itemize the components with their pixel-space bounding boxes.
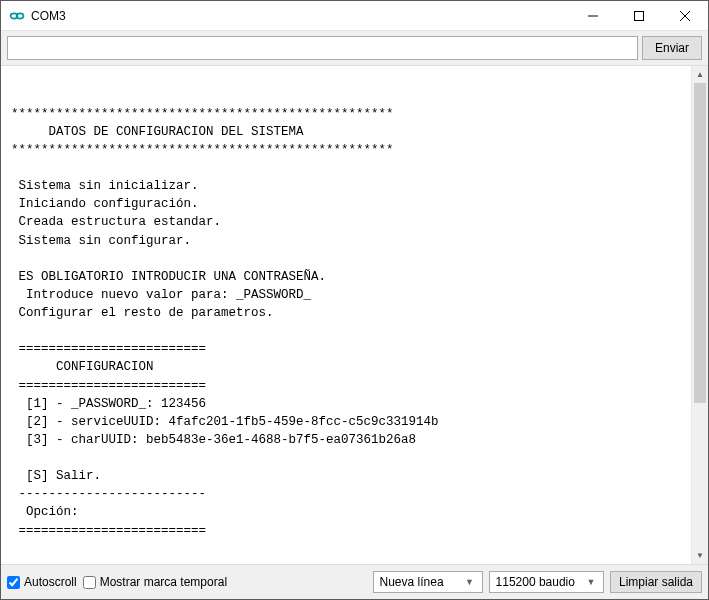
bottom-bar: Autoscroll Mostrar marca temporal Nueva … bbox=[1, 565, 708, 599]
maximize-button[interactable] bbox=[616, 1, 662, 30]
autoscroll-checkbox[interactable]: Autoscroll bbox=[7, 575, 77, 589]
scroll-thumb[interactable] bbox=[694, 83, 706, 403]
titlebar: COM3 bbox=[1, 1, 708, 31]
scroll-down-icon[interactable]: ▼ bbox=[692, 547, 708, 564]
scrollbar[interactable]: ▲ ▼ bbox=[691, 66, 708, 564]
arduino-icon bbox=[9, 8, 25, 24]
close-button[interactable] bbox=[662, 1, 708, 30]
autoscroll-label: Autoscroll bbox=[24, 575, 77, 589]
minimize-button[interactable] bbox=[570, 1, 616, 30]
svg-rect-3 bbox=[635, 11, 644, 20]
baud-value: 115200 baudio bbox=[496, 575, 575, 589]
send-button[interactable]: Enviar bbox=[642, 36, 702, 60]
scroll-up-icon[interactable]: ▲ bbox=[692, 66, 708, 83]
chevron-down-icon: ▼ bbox=[583, 577, 599, 587]
clear-output-button[interactable]: Limpiar salida bbox=[610, 571, 702, 593]
timestamp-checkbox[interactable]: Mostrar marca temporal bbox=[83, 575, 227, 589]
serial-output: ****************************************… bbox=[1, 79, 691, 552]
send-row: Enviar bbox=[1, 31, 708, 65]
serial-input[interactable] bbox=[7, 36, 638, 60]
baud-select[interactable]: 115200 baudio ▼ bbox=[489, 571, 604, 593]
chevron-down-icon: ▼ bbox=[462, 577, 478, 587]
window-title: COM3 bbox=[31, 9, 66, 23]
line-ending-select[interactable]: Nueva línea ▼ bbox=[373, 571, 483, 593]
timestamp-input[interactable] bbox=[83, 576, 96, 589]
output-wrap: ****************************************… bbox=[1, 65, 708, 565]
line-ending-value: Nueva línea bbox=[380, 575, 454, 589]
timestamp-label: Mostrar marca temporal bbox=[100, 575, 227, 589]
window-controls bbox=[570, 1, 708, 30]
autoscroll-input[interactable] bbox=[7, 576, 20, 589]
